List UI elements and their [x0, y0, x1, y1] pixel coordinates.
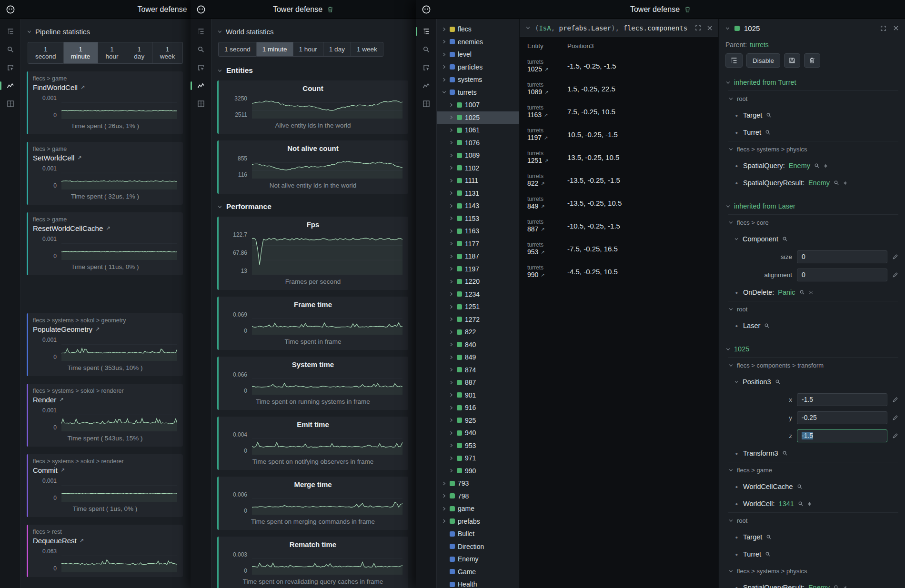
tree-item-990[interactable]: 990 [437, 465, 519, 478]
chevron-right-icon[interactable] [449, 418, 454, 423]
query-result-row[interactable]: turrets953↗-7.5, -0.25, 16.5 [520, 237, 718, 260]
inspector-section-header[interactable]: inherited from Turret [725, 74, 898, 90]
chevron-right-icon[interactable] [442, 64, 447, 70]
pencil-icon[interactable] [892, 433, 898, 439]
tree-item-1163[interactable]: 1163 [437, 225, 519, 238]
time-range-button-1-second[interactable]: 1 second [218, 42, 257, 57]
tree-item-1187[interactable]: 1187 [437, 250, 519, 263]
tree-item-turrets[interactable]: turrets [437, 86, 519, 99]
component-path-header[interactable]: flecs > systems > physics [728, 141, 898, 157]
tree-item-Bullet[interactable]: Bullet [437, 528, 519, 540]
entity-id[interactable]: 849↗ [527, 202, 567, 210]
magnifier-icon[interactable] [766, 534, 772, 540]
open-link-icon[interactable]: ↗ [541, 181, 544, 186]
tree-item-prefabs[interactable]: prefabs [437, 515, 519, 528]
tree-item-1111[interactable]: 1111 [437, 174, 519, 187]
chevron-right-icon[interactable] [442, 506, 447, 511]
chevron-right-icon[interactable] [449, 456, 454, 461]
delete-button[interactable] [804, 53, 820, 68]
magnifier-icon[interactable] [764, 323, 770, 329]
query-result-row[interactable]: turrets1089↗1.5, -0.25, 22.5 [520, 77, 718, 100]
entity-id[interactable]: 953↗ [527, 248, 567, 256]
component-value[interactable]: Panic [778, 289, 795, 296]
inspector-section-header[interactable]: 1025 [725, 341, 898, 357]
tree-item-940[interactable]: 940 [437, 427, 519, 439]
sidebar-tree-view-button[interactable] [4, 26, 17, 37]
chevron-down-icon[interactable] [734, 237, 739, 241]
open-link-icon[interactable]: ↗ [60, 467, 65, 473]
component-path-header[interactable]: root [728, 90, 898, 107]
chevron-down-icon[interactable] [734, 379, 739, 384]
open-link-icon[interactable]: ↗ [80, 84, 85, 90]
query-result-row[interactable]: turrets887↗-10.5, -0.25, -1.5 [520, 214, 718, 237]
save-button[interactable] [784, 53, 800, 68]
section-header[interactable]: Performance [217, 202, 408, 211]
field-input-alignment[interactable]: 0 [797, 269, 887, 281]
tree-item-1025[interactable]: 1025 [437, 111, 519, 124]
query-result-row[interactable]: turrets1197↗10.5, -0.25, -1.5 [520, 123, 718, 146]
chevron-right-icon[interactable] [449, 140, 454, 145]
card-name[interactable]: PopulateGeometry [33, 325, 92, 333]
sidebar-inspect-button[interactable] [195, 62, 207, 73]
sidebar-search-button[interactable] [4, 44, 17, 55]
tree-item-1076[interactable]: 1076 [437, 137, 519, 149]
titlebar[interactable]: Tower defense [0, 0, 191, 19]
entity-id[interactable]: 1251↗ [527, 157, 567, 164]
sidebar-tree-view-button[interactable] [420, 26, 432, 37]
pencil-icon[interactable] [892, 397, 898, 403]
time-range-button-1-minute[interactable]: 1 minute [257, 42, 293, 57]
component-path-header[interactable]: root [728, 512, 898, 528]
magnifier-icon[interactable] [814, 163, 820, 169]
tree-item-1272[interactable]: 1272 [437, 313, 519, 326]
card-name[interactable]: DequeueRest [33, 537, 77, 545]
chevron-right-icon[interactable] [449, 229, 454, 234]
time-range-button-1-hour[interactable]: 1 hour [293, 42, 323, 57]
tree-item-1131[interactable]: 1131 [437, 187, 519, 200]
open-link-icon[interactable]: ↗ [544, 90, 548, 95]
magnifier-icon[interactable] [765, 130, 771, 135]
tree-item-enemies[interactable]: enemies [437, 36, 519, 49]
chevron-down-icon[interactable] [725, 26, 730, 31]
tree-toggle-button[interactable] [725, 53, 743, 68]
tree-item-game[interactable]: game [437, 502, 519, 515]
query-result-row[interactable]: turrets990↗-4.5, -0.25, 10.5 [520, 260, 718, 283]
pipeline-panel-header[interactable]: Pipeline statistics [27, 25, 183, 38]
chevron-right-icon[interactable] [442, 27, 447, 32]
component-path-header[interactable]: flecs > systems > physics [728, 563, 898, 579]
query-result-row[interactable]: turrets822↗-13.5, -0.25, -1.5 [520, 169, 718, 191]
magnifier-icon[interactable] [797, 484, 803, 489]
tree-item-1197[interactable]: 1197 [437, 263, 519, 276]
sidebar-inspect-button[interactable] [420, 62, 432, 73]
component-path-header[interactable]: flecs > core [728, 214, 898, 230]
entity-id[interactable]: 1089↗ [527, 88, 567, 96]
chevron-right-icon[interactable] [449, 178, 454, 183]
open-link-icon[interactable]: ↗ [541, 227, 544, 232]
tree-item-849[interactable]: 849 [437, 351, 519, 364]
entity-id[interactable]: 990↗ [527, 271, 567, 279]
tree-item-1177[interactable]: 1177 [437, 238, 519, 250]
component-value[interactable]: Enemy [789, 162, 810, 169]
chevron-right-icon[interactable] [449, 317, 454, 322]
tree-item-1153[interactable]: 1153 [437, 212, 519, 225]
sidebar-stats-grid-button[interactable] [195, 98, 207, 110]
field-input-size[interactable]: 0 [797, 250, 887, 263]
chevron-right-icon[interactable] [442, 493, 447, 498]
magnifier-icon[interactable] [799, 289, 805, 295]
tree-item-840[interactable]: 840 [437, 339, 519, 351]
card-name[interactable]: ResetWorldCellCache [33, 224, 103, 232]
sidebar-tree-view-button[interactable] [195, 26, 207, 37]
component-value[interactable]: Enemy [808, 179, 830, 187]
chevron-right-icon[interactable] [442, 39, 447, 44]
tree-item-901[interactable]: 901 [437, 389, 519, 402]
chevron-right-icon[interactable] [449, 367, 454, 372]
section-header[interactable]: Entities [217, 66, 408, 75]
card-name[interactable]: Commit [33, 466, 58, 474]
open-link-icon[interactable]: ↗ [544, 112, 548, 118]
tree-item-1089[interactable]: 1089 [437, 149, 519, 162]
tree-item-971[interactable]: 971 [437, 452, 519, 465]
component-path-header[interactable]: root [728, 301, 898, 317]
open-link-icon[interactable]: ↗ [541, 204, 544, 209]
sidebar-search-button[interactable] [195, 44, 207, 55]
sidebar-search-button[interactable] [420, 44, 432, 55]
pencil-icon[interactable] [892, 415, 898, 421]
